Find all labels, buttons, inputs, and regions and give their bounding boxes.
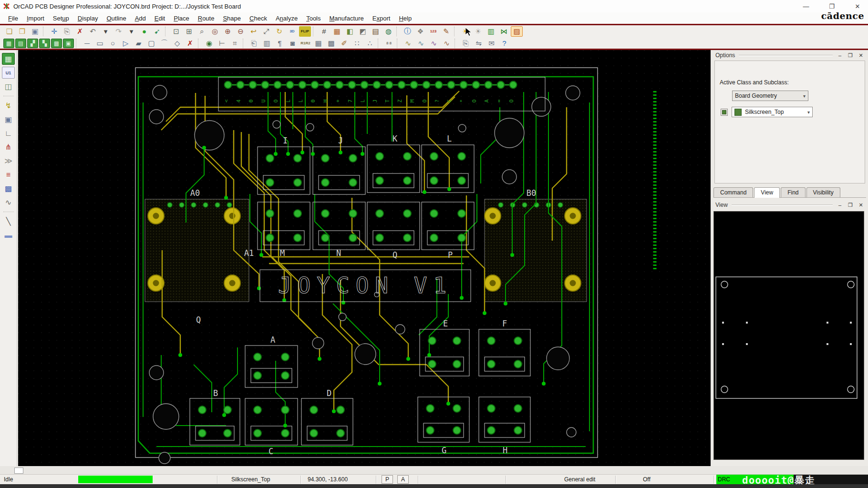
- design-view-5-icon[interactable]: ▩: [51, 39, 62, 48]
- board-overview-preview[interactable]: [713, 211, 864, 460]
- design-board-icon[interactable]: ▦: [2, 53, 15, 65]
- grid-toggle-icon[interactable]: #: [318, 26, 330, 37]
- shadow-mode-icon[interactable]: ◩: [357, 26, 369, 37]
- place-component-icon[interactable]: ▥: [261, 38, 273, 49]
- artwork-film-icon[interactable]: ▤: [370, 26, 382, 37]
- menu-display[interactable]: Display: [73, 13, 103, 23]
- film-record-icon[interactable]: ▩: [325, 38, 337, 49]
- vertex-array-1-icon[interactable]: ∷: [351, 38, 363, 49]
- class-dropdown[interactable]: Board Geometry ▾: [732, 91, 808, 101]
- design-view-4-icon[interactable]: ▚: [39, 39, 50, 48]
- save-design-icon[interactable]: ▣: [29, 26, 41, 37]
- signal-wave-custom-icon[interactable]: ∿: [441, 38, 453, 49]
- options-float-icon[interactable]: ❐: [847, 52, 854, 59]
- route-etch-icon[interactable]: ↯: [2, 100, 15, 112]
- view-minimize-icon[interactable]: –: [837, 202, 843, 208]
- design-view-2-icon[interactable]: ▤: [15, 39, 26, 48]
- menu-file[interactable]: File: [4, 13, 22, 23]
- send-mail-icon[interactable]: ✉: [486, 38, 497, 49]
- vertex-array-2-icon[interactable]: ∴: [364, 38, 376, 49]
- zoom-out-icon[interactable]: ⊖: [235, 26, 247, 37]
- zoom-by-points-icon[interactable]: ⌕: [196, 26, 208, 37]
- menu-shape[interactable]: Shape: [218, 13, 245, 23]
- subclass-dropdown[interactable]: Silkscreen_Top ▾: [732, 107, 813, 117]
- menu-import[interactable]: Import: [22, 13, 49, 23]
- add-line-icon[interactable]: ─: [81, 38, 93, 49]
- etch-edit-icon[interactable]: ✐: [338, 38, 350, 49]
- place-manual-icon[interactable]: ▣: [2, 113, 15, 125]
- color-dialog-icon[interactable]: ▦: [331, 26, 343, 37]
- dimension-tool-icon[interactable]: ⊢: [216, 38, 228, 49]
- paste-tool-icon[interactable]: ⎘: [61, 26, 73, 37]
- shape-edit-icon[interactable]: ◇: [171, 38, 183, 49]
- draw-line-icon[interactable]: ╲: [2, 215, 15, 227]
- copy-document-icon[interactable]: ⎘: [460, 38, 472, 49]
- design-view-3-icon[interactable]: ▞: [27, 39, 38, 48]
- zoom-previous-icon[interactable]: ↩: [248, 26, 259, 37]
- menu-tools[interactable]: Tools: [302, 13, 325, 23]
- layer-stack-red-icon[interactable]: ≡: [2, 169, 15, 181]
- show-measure-icon[interactable]: ❖: [414, 26, 426, 37]
- add-filled-rect-icon[interactable]: ▰: [133, 38, 145, 49]
- snapshot-icon[interactable]: ◙: [287, 38, 299, 49]
- delete-shape-icon[interactable]: ✗: [184, 38, 196, 49]
- pick-grid-button[interactable]: P: [382, 475, 393, 484]
- signal-wave-fall-icon[interactable]: ∿: [415, 38, 427, 49]
- layer-stripes-icon[interactable]: ▥: [485, 26, 497, 37]
- dim-mode-icon[interactable]: ☀: [472, 26, 484, 37]
- view-close-icon[interactable]: ✕: [858, 202, 864, 208]
- show-dimension-123-icon[interactable]: 123: [427, 26, 439, 37]
- new-design-icon[interactable]: ❏: [3, 26, 15, 37]
- pin-connect-icon[interactable]: ⋔: [2, 141, 15, 153]
- menu-place[interactable]: Place: [169, 13, 194, 23]
- zoom-grid-icon[interactable]: ⊞: [183, 26, 195, 37]
- mosaic-pattern-icon[interactable]: ▩: [2, 183, 15, 194]
- application-mode-button[interactable]: A: [397, 475, 409, 484]
- add-rect-icon[interactable]: ▭: [94, 38, 106, 49]
- waive-drc-icon[interactable]: ⋈: [498, 26, 510, 37]
- redraw-icon[interactable]: ↻: [273, 26, 285, 37]
- view-float-icon[interactable]: ❐: [847, 202, 854, 208]
- pcb-design-canvas[interactable]: <40UOLL0H+7LJTZMO?C*OA=OA0B0IJKLA1MNQPQA…: [18, 50, 711, 466]
- highlight-brush-icon[interactable]: ✎: [440, 26, 452, 37]
- view-header-grip[interactable]: [732, 204, 833, 206]
- signal-wave-both-icon[interactable]: ∿: [428, 38, 440, 49]
- menu-setup[interactable]: Setup: [49, 13, 73, 23]
- copy-object-icon[interactable]: ⎗: [248, 38, 260, 49]
- delete-tool-icon[interactable]: ✗: [74, 26, 86, 37]
- undo-dropdown-icon[interactable]: ▾: [100, 26, 112, 37]
- minimize-button[interactable]: —: [800, 3, 812, 10]
- menu-help[interactable]: Help: [394, 13, 416, 23]
- design-view-1-icon[interactable]: ▦: [3, 39, 14, 48]
- mirror-flip-icon[interactable]: ⇋: [473, 38, 485, 49]
- display-element-icon[interactable]: ◧: [344, 26, 356, 37]
- signal-wave-rise-icon[interactable]: ∿: [402, 38, 414, 49]
- draw-rectangle-icon[interactable]: ▬: [2, 229, 15, 241]
- options-minimize-icon[interactable]: –: [837, 52, 843, 58]
- tab-find[interactable]: Find: [781, 187, 805, 197]
- tab-command[interactable]: Command: [713, 187, 753, 197]
- tab-view[interactable]: View: [754, 187, 780, 198]
- select-shape-icon[interactable]: ▷: [120, 38, 132, 49]
- add-oblong-icon[interactable]: ▢: [145, 38, 157, 49]
- menu-add[interactable]: Add: [131, 13, 150, 23]
- open-design-icon[interactable]: ❒: [16, 26, 28, 37]
- redo-icon[interactable]: ↷: [113, 26, 124, 37]
- menu-edit[interactable]: Edit: [150, 13, 169, 23]
- scriptmode-tool-icon[interactable]: ▨: [511, 26, 523, 37]
- flip-design-icon[interactable]: FLIP: [299, 26, 311, 37]
- options-close-icon[interactable]: ✕: [858, 52, 864, 59]
- menu-manufacture[interactable]: Manufacture: [325, 13, 368, 23]
- padstack-editor-icon[interactable]: ◉: [203, 38, 215, 49]
- view-3d-icon[interactable]: 3D: [286, 26, 298, 37]
- rename-refdes-icon[interactable]: R1R2: [300, 38, 311, 49]
- measure-tool-icon[interactable]: ⌗: [229, 38, 241, 49]
- show-element-info-icon[interactable]: ⓘ: [402, 26, 413, 37]
- report-table-icon[interactable]: ▦: [312, 38, 324, 49]
- menu-route[interactable]: Route: [194, 13, 219, 23]
- trace-bend-icon[interactable]: ∟: [2, 127, 15, 139]
- menu-export[interactable]: Export: [368, 13, 395, 23]
- fanout-chevron-icon[interactable]: ≫: [2, 155, 15, 167]
- fix-pin-icon[interactable]: ➹: [151, 26, 163, 37]
- chip-u1-icon[interactable]: U1: [2, 67, 15, 79]
